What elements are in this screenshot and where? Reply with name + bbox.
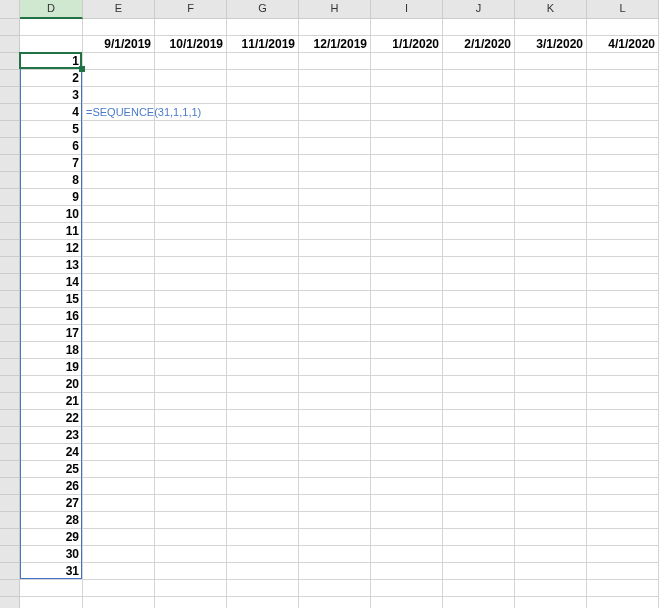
grid-cell[interactable]	[227, 19, 299, 36]
grid-cell[interactable]	[299, 189, 371, 206]
grid-cell[interactable]	[371, 359, 443, 376]
grid-cell[interactable]	[83, 87, 155, 104]
grid-cell[interactable]	[443, 53, 515, 70]
date-header-cell[interactable]: 9/1/2019	[83, 36, 155, 53]
grid-cell[interactable]	[155, 223, 227, 240]
grid-cell[interactable]	[83, 138, 155, 155]
grid-cell[interactable]	[227, 444, 299, 461]
grid-cell[interactable]	[371, 53, 443, 70]
grid-cell[interactable]	[515, 155, 587, 172]
grid-cell[interactable]	[299, 240, 371, 257]
grid-cell[interactable]	[299, 342, 371, 359]
grid-cell[interactable]	[587, 104, 659, 121]
sequence-cell[interactable]: 10	[20, 206, 83, 223]
date-header-cell[interactable]: 3/1/2020	[515, 36, 587, 53]
sequence-cell[interactable]: 21	[20, 393, 83, 410]
sequence-cell[interactable]: 15	[20, 291, 83, 308]
grid-cell[interactable]	[83, 461, 155, 478]
grid-cell[interactable]	[443, 427, 515, 444]
grid-cell[interactable]	[515, 359, 587, 376]
grid-cell[interactable]	[371, 461, 443, 478]
date-header-cell[interactable]: 11/1/2019	[227, 36, 299, 53]
sequence-cell[interactable]: 11	[20, 223, 83, 240]
grid-cell[interactable]	[155, 19, 227, 36]
grid-cell[interactable]	[0, 257, 20, 274]
grid-cell[interactable]	[0, 393, 20, 410]
grid-cell[interactable]	[0, 155, 20, 172]
grid-cell[interactable]	[443, 461, 515, 478]
sequence-cell[interactable]: 31	[20, 563, 83, 580]
grid-cell[interactable]	[155, 206, 227, 223]
spreadsheet-grid[interactable]: DEFGHIJKL9/1/201910/1/201911/1/201912/1/…	[0, 0, 661, 608]
grid-cell[interactable]	[155, 53, 227, 70]
grid-cell[interactable]	[299, 546, 371, 563]
grid-cell[interactable]	[515, 19, 587, 36]
grid-cell[interactable]	[227, 546, 299, 563]
grid-cell[interactable]	[371, 291, 443, 308]
grid-cell[interactable]	[515, 172, 587, 189]
grid-cell[interactable]	[587, 53, 659, 70]
grid-cell[interactable]	[227, 138, 299, 155]
grid-cell[interactable]	[299, 393, 371, 410]
grid-cell[interactable]	[155, 189, 227, 206]
grid-cell[interactable]	[83, 19, 155, 36]
grid-cell[interactable]	[227, 155, 299, 172]
sequence-cell[interactable]: 27	[20, 495, 83, 512]
sequence-cell[interactable]: 3	[20, 87, 83, 104]
sequence-cell[interactable]: 24	[20, 444, 83, 461]
column-header[interactable]: L	[587, 0, 659, 19]
grid-cell[interactable]	[587, 495, 659, 512]
grid-cell[interactable]	[443, 87, 515, 104]
grid-cell[interactable]	[443, 70, 515, 87]
grid-cell[interactable]	[83, 70, 155, 87]
grid-cell[interactable]	[299, 325, 371, 342]
grid-cell[interactable]	[515, 104, 587, 121]
grid-cell[interactable]	[587, 597, 659, 608]
sequence-cell[interactable]: 14	[20, 274, 83, 291]
column-header[interactable]: G	[227, 0, 299, 19]
grid-cell[interactable]	[155, 376, 227, 393]
sequence-cell[interactable]: 5	[20, 121, 83, 138]
grid-cell[interactable]	[371, 546, 443, 563]
grid-cell[interactable]	[155, 444, 227, 461]
grid-cell[interactable]	[0, 342, 20, 359]
fill-handle[interactable]	[79, 66, 85, 72]
grid-cell[interactable]	[83, 291, 155, 308]
sequence-cell[interactable]: 16	[20, 308, 83, 325]
grid-cell[interactable]	[227, 121, 299, 138]
grid-cell[interactable]	[227, 274, 299, 291]
sequence-cell[interactable]: 1	[20, 53, 83, 70]
grid-cell[interactable]	[371, 138, 443, 155]
grid-cell[interactable]	[371, 87, 443, 104]
grid-cell[interactable]	[0, 512, 20, 529]
grid-cell[interactable]	[587, 393, 659, 410]
grid-cell[interactable]	[299, 376, 371, 393]
grid-cell[interactable]	[299, 104, 371, 121]
grid-cell[interactable]	[515, 376, 587, 393]
grid-cell[interactable]	[155, 393, 227, 410]
grid-cell[interactable]	[443, 172, 515, 189]
grid-cell[interactable]	[515, 461, 587, 478]
grid-cell[interactable]	[371, 189, 443, 206]
grid-cell[interactable]	[155, 121, 227, 138]
grid-cell[interactable]	[587, 155, 659, 172]
grid-cell[interactable]	[443, 19, 515, 36]
grid-cell[interactable]	[515, 342, 587, 359]
grid-cell[interactable]	[299, 529, 371, 546]
grid-cell[interactable]	[299, 359, 371, 376]
grid-cell[interactable]	[587, 189, 659, 206]
sequence-cell[interactable]: 2	[20, 70, 83, 87]
grid-cell[interactable]	[587, 240, 659, 257]
grid-cell[interactable]	[0, 172, 20, 189]
grid-cell[interactable]	[227, 325, 299, 342]
grid-cell[interactable]	[515, 512, 587, 529]
grid-cell[interactable]	[83, 342, 155, 359]
grid-cell[interactable]	[515, 325, 587, 342]
column-header[interactable]: D	[20, 0, 83, 19]
grid-cell[interactable]	[83, 274, 155, 291]
sequence-cell[interactable]: 8	[20, 172, 83, 189]
date-header-cell[interactable]: 2/1/2020	[443, 36, 515, 53]
grid-cell[interactable]	[0, 206, 20, 223]
grid-cell[interactable]	[83, 393, 155, 410]
grid-cell[interactable]	[0, 325, 20, 342]
